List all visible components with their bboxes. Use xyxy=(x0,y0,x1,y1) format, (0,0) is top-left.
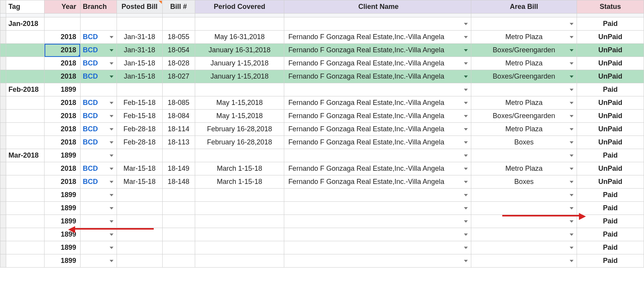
cell-posted-bill[interactable] xyxy=(117,83,163,96)
cell-client[interactable]: Fernando F Gonzaga Real Estate,Inc.-Vill… xyxy=(284,123,471,136)
cell-client[interactable] xyxy=(284,228,471,241)
cell-client[interactable] xyxy=(284,254,471,268)
cell-bill-number[interactable]: 18-085 xyxy=(162,96,195,110)
cell-branch[interactable] xyxy=(80,241,117,254)
cell-bill-number[interactable] xyxy=(162,254,195,268)
cell-tag[interactable] xyxy=(6,215,45,228)
cell-status[interactable]: UnPaid xyxy=(577,57,644,70)
dropdown-icon[interactable] xyxy=(464,181,468,183)
cell-posted-bill[interactable] xyxy=(117,241,163,254)
cell-bill-number[interactable]: 18-148 xyxy=(162,175,195,189)
cell-branch[interactable] xyxy=(80,215,117,228)
cell-posted-bill[interactable] xyxy=(117,215,163,228)
cell-posted-bill[interactable] xyxy=(117,228,163,241)
cell-status[interactable]: UnPaid xyxy=(577,31,644,44)
dropdown-icon[interactable] xyxy=(464,260,468,262)
cell-period[interactable]: May 16-31,2018 xyxy=(195,31,284,44)
cell-area[interactable] xyxy=(471,254,577,268)
cell-period[interactable]: May 1-15,2018 xyxy=(195,110,284,123)
cell-area[interactable]: Metro Plaza xyxy=(471,123,577,136)
cell-tag[interactable] xyxy=(6,254,45,268)
cell-tag[interactable] xyxy=(6,31,45,44)
cell-period[interactable] xyxy=(195,215,284,228)
cell-status[interactable]: UnPaid xyxy=(577,70,644,83)
dropdown-icon[interactable] xyxy=(464,207,468,209)
col-status[interactable]: Status xyxy=(577,0,644,14)
col-year[interactable]: Year xyxy=(45,0,80,14)
cell-area[interactable]: Metro Plaza xyxy=(471,57,577,70)
row-header[interactable] xyxy=(0,254,6,268)
cell-branch[interactable]: BCD xyxy=(80,175,117,189)
dropdown-icon[interactable] xyxy=(110,194,113,196)
cell-year[interactable]: 1899 xyxy=(45,202,80,215)
cell-area[interactable] xyxy=(471,215,577,228)
cell-tag[interactable] xyxy=(6,44,45,57)
cell-tag[interactable] xyxy=(6,241,45,254)
cell-tag[interactable] xyxy=(6,123,45,136)
dropdown-icon[interactable] xyxy=(464,155,468,157)
cell-area[interactable] xyxy=(471,17,577,31)
dropdown-icon[interactable] xyxy=(464,247,468,249)
row-header[interactable] xyxy=(0,228,6,241)
cell-posted-bill[interactable]: Feb-28-18 xyxy=(117,123,163,136)
cell-year[interactable]: 2018 xyxy=(45,123,80,136)
cell-year[interactable]: 2018 xyxy=(45,57,80,70)
cell-area[interactable] xyxy=(471,241,577,254)
cell-period[interactable] xyxy=(195,228,284,241)
cell-status[interactable]: Paid xyxy=(577,215,644,228)
cell-client[interactable]: Fernando F Gonzaga Real Estate,Inc.-Vill… xyxy=(284,44,471,57)
dropdown-icon[interactable] xyxy=(464,115,468,117)
dropdown-icon[interactable] xyxy=(110,102,113,104)
dropdown-icon[interactable] xyxy=(570,168,574,170)
dropdown-icon[interactable] xyxy=(570,155,574,157)
cell-posted-bill[interactable]: Jan-15-18 xyxy=(117,70,163,83)
row-header[interactable] xyxy=(0,83,6,96)
dropdown-icon[interactable] xyxy=(464,220,468,223)
cell-posted-bill[interactable]: Jan-15-18 xyxy=(117,57,163,70)
cell-branch[interactable] xyxy=(80,149,117,162)
cell-posted-bill[interactable]: Mar-15-18 xyxy=(117,175,163,189)
cell-year[interactable]: 1899 xyxy=(45,254,80,268)
cell-year[interactable]: 2018 xyxy=(45,110,80,123)
grid[interactable]: Tag Year Branch Posted Bill Bill # Perio… xyxy=(0,0,644,268)
col-tag[interactable]: Tag xyxy=(6,0,45,14)
dropdown-icon[interactable] xyxy=(110,181,113,183)
row-header[interactable] xyxy=(0,202,6,215)
dropdown-icon[interactable] xyxy=(110,76,113,78)
dropdown-icon[interactable] xyxy=(110,260,113,262)
cell-period[interactable]: March 1-15-18 xyxy=(195,162,284,175)
cell-area[interactable]: Boxes xyxy=(471,175,577,189)
cell-tag[interactable] xyxy=(6,70,45,83)
col-posted-bill[interactable]: Posted Bill xyxy=(117,0,163,14)
cell-posted-bill[interactable] xyxy=(117,149,163,162)
cell-year[interactable] xyxy=(45,17,80,31)
cell-period[interactable] xyxy=(195,254,284,268)
dropdown-icon[interactable] xyxy=(570,194,574,196)
cell-area[interactable] xyxy=(471,83,577,96)
cell-area[interactable]: Boxes/Greengarden xyxy=(471,110,577,123)
cell-client[interactable]: Fernando F Gonzaga Real Estate,Inc.-Vill… xyxy=(284,70,471,83)
dropdown-icon[interactable] xyxy=(570,62,574,65)
dropdown-icon[interactable] xyxy=(464,141,468,144)
cell-bill-number[interactable] xyxy=(162,241,195,254)
cell-client[interactable]: Fernando F Gonzaga Real Estate,Inc.-Vill… xyxy=(284,110,471,123)
cell-bill-number[interactable]: 18-084 xyxy=(162,110,195,123)
cell-period[interactable] xyxy=(195,149,284,162)
cell-branch[interactable]: BCD xyxy=(80,96,117,110)
row-header[interactable] xyxy=(0,70,6,83)
cell-area[interactable] xyxy=(471,149,577,162)
cell-year[interactable]: 2018 xyxy=(45,44,80,57)
cell-area[interactable]: Metro Plaza xyxy=(471,96,577,110)
cell-year[interactable]: 1899 xyxy=(45,189,80,202)
row-header[interactable] xyxy=(0,110,6,123)
dropdown-icon[interactable] xyxy=(110,128,113,130)
dropdown-icon[interactable] xyxy=(464,102,468,104)
cell-posted-bill[interactable]: Feb-15-18 xyxy=(117,96,163,110)
cell-branch[interactable]: BCD xyxy=(80,70,117,83)
dropdown-icon[interactable] xyxy=(464,76,468,78)
dropdown-icon[interactable] xyxy=(464,233,468,236)
dropdown-icon[interactable] xyxy=(110,115,113,117)
dropdown-icon[interactable] xyxy=(110,49,113,52)
cell-posted-bill[interactable] xyxy=(117,17,163,31)
dropdown-icon[interactable] xyxy=(570,141,574,144)
